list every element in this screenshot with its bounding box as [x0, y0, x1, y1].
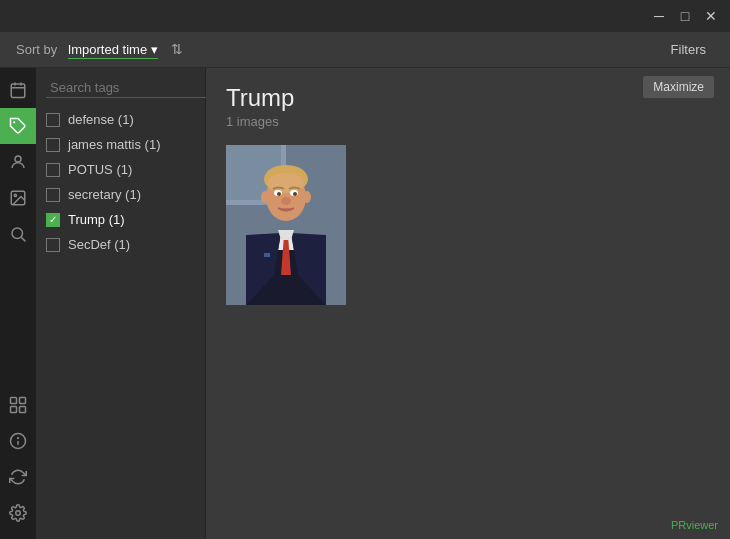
trump-photo: [226, 145, 346, 305]
images-grid: [226, 145, 710, 305]
main-layout: ⋮ defense (1)james mattis (1)POTUS (1)se…: [0, 68, 730, 539]
filters-button[interactable]: Filters: [663, 38, 714, 61]
svg-rect-11: [20, 398, 26, 404]
svg-point-30: [303, 191, 311, 203]
svg-point-8: [12, 228, 23, 239]
sort-field-label: Imported time: [68, 42, 147, 57]
sort-order-icon[interactable]: ⇅: [171, 41, 183, 57]
svg-point-5: [15, 156, 21, 162]
tag-item[interactable]: POTUS (1): [36, 157, 205, 182]
tags-header: ⋮: [36, 68, 205, 107]
svg-rect-38: [264, 253, 270, 257]
watermark: PRviewer: [671, 519, 718, 531]
sort-bar: Sort by Imported time ▾ ⇅ Filters: [0, 32, 730, 68]
sort-dropdown[interactable]: Imported time ▾: [68, 42, 158, 59]
tag-item[interactable]: secretary (1): [36, 182, 205, 207]
svg-rect-0: [11, 84, 25, 98]
tag-checkbox[interactable]: [46, 188, 60, 202]
svg-point-7: [14, 194, 16, 196]
image-count: 1 images: [226, 114, 710, 129]
tag-item[interactable]: defense (1): [36, 107, 205, 132]
svg-line-9: [21, 237, 25, 241]
nav-person[interactable]: [0, 144, 36, 180]
tag-item[interactable]: Trump (1): [36, 207, 205, 232]
tag-label: Trump (1): [68, 212, 125, 227]
nav-search[interactable]: [0, 216, 36, 252]
tags-list: defense (1)james mattis (1)POTUS (1)secr…: [36, 107, 205, 539]
search-input[interactable]: [46, 78, 222, 98]
svg-rect-13: [20, 407, 26, 413]
svg-point-28: [281, 197, 291, 205]
close-button[interactable]: ✕: [700, 5, 722, 27]
maximize-button[interactable]: Maximize: [643, 76, 714, 98]
sort-controls: Sort by Imported time ▾ ⇅: [16, 40, 663, 59]
tag-label: defense (1): [68, 112, 134, 127]
watermark-brand: PR: [671, 519, 686, 531]
tag-label: POTUS (1): [68, 162, 132, 177]
tag-label: james mattis (1): [68, 137, 160, 152]
svg-point-27: [293, 192, 297, 196]
minimize-button[interactable]: ─: [648, 5, 670, 27]
maximize-button[interactable]: □: [674, 5, 696, 27]
nav-calendar[interactable]: [0, 72, 36, 108]
nav-image[interactable]: [0, 180, 36, 216]
watermark-suffix: viewer: [686, 519, 718, 531]
chevron-down-icon: ▾: [151, 42, 158, 57]
svg-point-26: [277, 192, 281, 196]
tag-checkbox[interactable]: [46, 238, 60, 252]
content-area: Trump 1 images: [206, 68, 730, 539]
svg-rect-10: [11, 398, 17, 404]
image-thumbnail[interactable]: [226, 145, 346, 305]
svg-rect-12: [11, 407, 17, 413]
svg-point-17: [16, 511, 21, 516]
tag-checkbox[interactable]: [46, 138, 60, 152]
svg-point-29: [261, 191, 269, 203]
nav-info[interactable]: [0, 423, 36, 459]
tag-label: secretary (1): [68, 187, 141, 202]
tag-item[interactable]: SecDef (1): [36, 232, 205, 257]
nav-tags[interactable]: [0, 108, 36, 144]
tag-checkbox[interactable]: [46, 163, 60, 177]
nav-refresh[interactable]: [0, 459, 36, 495]
tag-label: SecDef (1): [68, 237, 130, 252]
window-controls: ─ □ ✕: [648, 5, 722, 27]
sort-by-label: Sort by: [16, 42, 57, 57]
svg-point-4: [13, 121, 15, 123]
nav-settings[interactable]: [0, 495, 36, 531]
nav-export[interactable]: [0, 387, 36, 423]
title-bar: ─ □ ✕: [0, 0, 730, 32]
nav-strip: [0, 68, 36, 539]
tags-panel: ⋮ defense (1)james mattis (1)POTUS (1)se…: [36, 68, 206, 539]
svg-point-23: [268, 173, 304, 193]
tag-item[interactable]: james mattis (1): [36, 132, 205, 157]
tag-checkbox[interactable]: [46, 213, 60, 227]
page-title: Trump: [226, 84, 710, 112]
tag-checkbox[interactable]: [46, 113, 60, 127]
